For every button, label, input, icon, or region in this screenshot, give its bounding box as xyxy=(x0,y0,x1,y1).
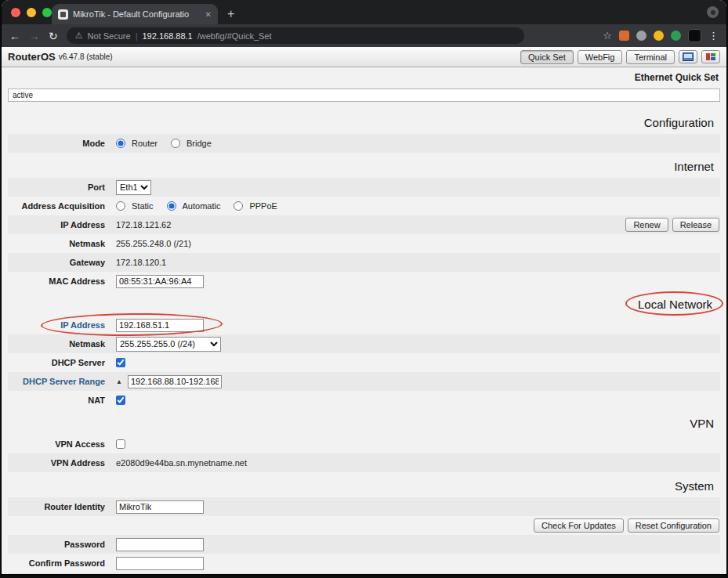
tab-overflow-icon[interactable] xyxy=(707,6,719,18)
acquisition-pppoe-radio[interactable] xyxy=(234,201,243,211)
lan-netmask-select[interactable]: 255.255.255.0 (/24) xyxy=(116,337,221,352)
url-host: 192.168.88.1 xyxy=(143,31,193,41)
bookmark-star-icon[interactable]: ☆ xyxy=(603,30,612,42)
lan-ip-label[interactable]: IP Address xyxy=(8,320,116,330)
nat-checkbox[interactable] xyxy=(116,396,125,405)
local-network-heading-text: Local Network xyxy=(638,298,712,311)
address-bar[interactable]: ⚠ Not Secure | 192.168.88.1/webfig/#Quic… xyxy=(67,27,524,44)
extension-icon-4[interactable] xyxy=(671,31,681,41)
extension-icon-1[interactable] xyxy=(619,31,629,41)
minimize-window-button[interactable] xyxy=(27,8,36,17)
wan-netmask-label: Netmask xyxy=(8,239,116,248)
confirm-password-input[interactable] xyxy=(116,557,204,570)
tab-title: MikroTik - Default Configuratio xyxy=(73,9,201,19)
reset-configuration-button[interactable]: Reset Configuration xyxy=(628,518,719,533)
password-input[interactable] xyxy=(116,538,204,551)
dhcp-range-row: DHCP Server Range ▲ xyxy=(8,372,720,391)
mac-address-row: MAC Address xyxy=(8,272,720,291)
renew-button[interactable]: Renew xyxy=(625,218,668,232)
toolbar-right-icons: ☆ ⋮ xyxy=(603,29,719,42)
vpn-access-checkbox[interactable] xyxy=(116,439,125,449)
terminal-button[interactable]: Terminal xyxy=(626,50,675,64)
gateway-row: Gateway 172.18.120.1 xyxy=(8,253,720,272)
not-secure-label: Not Secure xyxy=(88,31,131,41)
dhcp-server-label: DHCP Server xyxy=(8,358,116,367)
vpn-address-label: VPN Address xyxy=(8,458,116,468)
acquisition-automatic-radio[interactable] xyxy=(167,201,176,211)
lan-ip-input[interactable] xyxy=(116,319,204,332)
wan-ip-row: IP Address 172.18.121.62 Renew Release xyxy=(8,215,720,234)
profile-avatar[interactable] xyxy=(688,29,701,42)
acquisition-static-option: Static xyxy=(132,201,154,211)
palette-icon xyxy=(705,52,716,61)
browser-menu-icon[interactable]: ⋮ xyxy=(708,30,719,42)
routeros-brand: RouterOS xyxy=(8,51,56,63)
browser-toolbar: ← → ↻ ⚠ Not Secure | 192.168.88.1/webfig… xyxy=(2,24,726,47)
mode-row: Mode Router Bridge xyxy=(8,134,720,153)
check-for-updates-button[interactable]: Check For Updates xyxy=(534,518,624,533)
reload-icon[interactable]: ↻ xyxy=(49,31,58,42)
extension-icon-3[interactable] xyxy=(654,31,664,41)
mode-bridge-radio[interactable] xyxy=(171,139,180,148)
wan-netmask-value: 255.255.248.0 (/21) xyxy=(116,239,191,248)
not-secure-warning-icon[interactable]: ⚠ xyxy=(75,31,83,41)
winbox-icon-button[interactable] xyxy=(679,50,697,63)
browser-tab[interactable]: MikroTik - Default Configuratio ✕ xyxy=(52,4,218,24)
dhcp-server-row: DHCP Server xyxy=(8,353,720,372)
release-button[interactable]: Release xyxy=(672,218,719,232)
lan-netmask-row: Netmask 255.255.255.0 (/24) xyxy=(8,334,720,353)
gateway-value: 172.18.120.1 xyxy=(116,258,166,267)
webfig-page: RouterOS v6.47.8 (stable) Quick Set WebF… xyxy=(2,47,726,574)
url-path: /webfig/#Quick_Set xyxy=(197,31,272,41)
confirm-password-row: Confirm Password xyxy=(8,554,720,573)
quick-set-button[interactable]: Quick Set xyxy=(520,50,574,64)
lan-netmask-label: Netmask xyxy=(8,339,116,349)
router-identity-input[interactable] xyxy=(116,500,204,514)
dhcp-server-checkbox[interactable] xyxy=(116,358,125,367)
wan-ip-label: IP Address xyxy=(8,220,116,229)
port-select[interactable]: Eth1 xyxy=(116,180,151,195)
forward-icon[interactable]: → xyxy=(29,31,40,42)
dhcp-range-label[interactable]: DHCP Server Range xyxy=(8,377,116,386)
view-switch-buttons: Quick Set WebFig Terminal xyxy=(520,50,720,64)
router-identity-row: Router Identity xyxy=(8,497,720,516)
zoom-window-button[interactable] xyxy=(42,8,52,17)
system-buttons-row: Check For Updates Reset Configuration xyxy=(8,516,720,535)
apply-row: Apply Configuration xyxy=(8,573,720,574)
extension-icon-2[interactable] xyxy=(636,31,647,41)
vpn-access-row: VPN Access xyxy=(8,435,720,453)
mode-bridge-option: Bridge xyxy=(187,139,212,148)
page-title: Ethernet Quick Set xyxy=(2,67,726,85)
close-window-button[interactable] xyxy=(11,8,20,17)
lan-ip-row: IP Address xyxy=(8,316,720,334)
section-heading-internet: Internet xyxy=(8,153,720,178)
password-label: Password xyxy=(8,540,116,549)
gateway-label: Gateway xyxy=(8,258,116,267)
collapse-triangle-icon[interactable]: ▲ xyxy=(116,378,122,385)
section-heading-configuration: Configuration xyxy=(8,109,720,134)
dhcp-range-input[interactable] xyxy=(128,375,222,388)
port-row: Port Eth1 xyxy=(8,178,720,197)
section-heading-local-network: Local Network xyxy=(8,291,720,316)
acquisition-automatic-option: Automatic xyxy=(183,201,221,211)
password-row: Password xyxy=(8,535,720,554)
tab-close-icon[interactable]: ✕ xyxy=(205,10,212,19)
routeros-version: v6.47.8 (stable) xyxy=(59,52,113,61)
mac-address-input[interactable] xyxy=(116,275,204,288)
mode-router-radio[interactable] xyxy=(116,139,125,148)
router-identity-label: Router Identity xyxy=(8,502,116,511)
nat-row: NAT xyxy=(8,391,720,410)
section-heading-system: System xyxy=(8,472,720,497)
acquisition-pppoe-option: PPPoE xyxy=(249,201,277,211)
skin-icon-button[interactable] xyxy=(701,50,720,63)
routeros-header: RouterOS v6.47.8 (stable) Quick Set WebF… xyxy=(2,47,726,67)
port-label: Port xyxy=(8,182,116,192)
new-tab-button[interactable]: + xyxy=(227,8,234,20)
vpn-address-row: VPN Address e2080d9e44ba.sn.mynetname.ne… xyxy=(8,453,720,472)
webfig-button[interactable]: WebFig xyxy=(578,50,623,64)
acquisition-static-radio[interactable] xyxy=(116,201,125,211)
section-heading-vpn: VPN xyxy=(8,410,720,435)
vpn-address-value: e2080d9e44ba.sn.mynetname.net xyxy=(116,458,247,468)
address-acquisition-row: Address Acquisition Static Automatic PPP… xyxy=(8,197,720,215)
back-icon[interactable]: ← xyxy=(9,31,20,42)
